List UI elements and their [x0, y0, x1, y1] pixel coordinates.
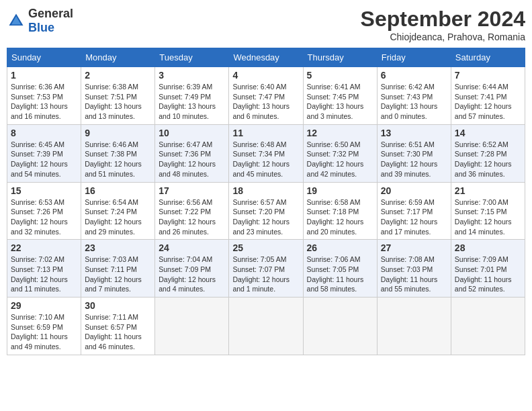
calendar-cell: 19Sunrise: 6:58 AMSunset: 7:18 PMDayligh… [303, 182, 377, 240]
day-number: 19 [307, 185, 373, 196]
day-number: 11 [232, 128, 299, 138]
calendar-cell: 7Sunrise: 6:44 AMSunset: 7:41 PMDaylight… [451, 67, 525, 125]
day-detail: Sunrise: 6:36 AMSunset: 7:53 PMDaylight:… [11, 82, 77, 122]
calendar-cell: 10Sunrise: 6:47 AMSunset: 7:36 PMDayligh… [155, 124, 229, 182]
day-detail: Sunrise: 6:47 AMSunset: 7:36 PMDaylight:… [159, 140, 225, 179]
day-detail: Sunrise: 7:08 AMSunset: 7:03 PMDaylight:… [381, 255, 447, 294]
calendar-cell [377, 298, 451, 355]
calendar-cell: 14Sunrise: 6:52 AMSunset: 7:28 PMDayligh… [451, 124, 525, 182]
title-block: September 2024 Chiojdeanca, Prahova, Rom… [361, 7, 525, 42]
day-number: 8 [11, 128, 77, 138]
calendar-week-row: 22Sunrise: 7:02 AMSunset: 7:13 PMDayligh… [7, 240, 525, 298]
day-detail: Sunrise: 6:57 AMSunset: 7:20 PMDaylight:… [232, 197, 299, 237]
calendar-cell [155, 298, 229, 355]
calendar-week-row: 8Sunrise: 6:45 AMSunset: 7:39 PMDaylight… [7, 124, 525, 182]
day-detail: Sunrise: 6:51 AMSunset: 7:30 PMDaylight:… [381, 140, 447, 179]
day-detail: Sunrise: 6:58 AMSunset: 7:18 PMDaylight:… [307, 197, 373, 237]
calendar-cell: 28Sunrise: 7:09 AMSunset: 7:01 PMDayligh… [451, 240, 525, 298]
day-number: 24 [159, 242, 225, 253]
day-number: 28 [455, 242, 521, 253]
day-detail: Sunrise: 6:53 AMSunset: 7:26 PMDaylight:… [11, 197, 77, 237]
location-subtitle: Chiojdeanca, Prahova, Romania [361, 32, 525, 42]
day-detail: Sunrise: 6:59 AMSunset: 7:17 PMDaylight:… [381, 197, 447, 237]
day-number: 2 [85, 70, 151, 81]
calendar-cell: 20Sunrise: 6:59 AMSunset: 7:17 PMDayligh… [377, 182, 451, 240]
page-header: General Blue September 2024 Chiojdeanca,… [7, 7, 525, 42]
day-number: 5 [307, 70, 373, 81]
day-number: 4 [232, 70, 299, 81]
day-number: 14 [455, 128, 521, 138]
month-title: September 2024 [361, 7, 525, 32]
calendar-cell: 25Sunrise: 7:05 AMSunset: 7:07 PMDayligh… [229, 240, 303, 298]
calendar-cell: 23Sunrise: 7:03 AMSunset: 7:11 PMDayligh… [81, 240, 155, 298]
day-number: 16 [85, 185, 151, 196]
day-number: 29 [11, 300, 77, 311]
day-detail: Sunrise: 6:42 AMSunset: 7:43 PMDaylight:… [381, 82, 447, 122]
calendar-cell [451, 298, 525, 355]
day-detail: Sunrise: 7:09 AMSunset: 7:01 PMDaylight:… [455, 255, 521, 294]
col-sunday: Sunday [7, 48, 81, 67]
day-detail: Sunrise: 7:06 AMSunset: 7:05 PMDaylight:… [307, 255, 373, 294]
logo-icon [7, 11, 26, 30]
day-number: 27 [381, 242, 447, 253]
day-detail: Sunrise: 7:10 AMSunset: 6:59 PMDaylight:… [11, 312, 77, 352]
calendar-cell: 12Sunrise: 6:50 AMSunset: 7:32 PMDayligh… [303, 124, 377, 182]
day-number: 18 [232, 185, 299, 196]
day-detail: Sunrise: 6:40 AMSunset: 7:47 PMDaylight:… [232, 82, 299, 122]
day-detail: Sunrise: 6:44 AMSunset: 7:41 PMDaylight:… [455, 82, 521, 122]
day-detail: Sunrise: 7:04 AMSunset: 7:09 PMDaylight:… [159, 255, 225, 294]
calendar-cell: 26Sunrise: 7:06 AMSunset: 7:05 PMDayligh… [303, 240, 377, 298]
logo-blue: Blue [28, 21, 54, 34]
day-detail: Sunrise: 6:39 AMSunset: 7:49 PMDaylight:… [159, 82, 225, 122]
logo: General Blue [7, 7, 73, 35]
day-number: 21 [455, 185, 521, 196]
day-number: 30 [85, 300, 151, 311]
col-monday: Monday [81, 48, 155, 67]
calendar-cell [303, 298, 377, 355]
calendar-cell: 30Sunrise: 7:11 AMSunset: 6:57 PMDayligh… [81, 298, 155, 355]
day-detail: Sunrise: 7:03 AMSunset: 7:11 PMDaylight:… [85, 255, 151, 294]
day-detail: Sunrise: 7:02 AMSunset: 7:13 PMDaylight:… [11, 255, 77, 294]
logo-text: General Blue [28, 7, 73, 35]
logo-general: General [28, 7, 73, 20]
day-detail: Sunrise: 7:05 AMSunset: 7:07 PMDaylight:… [232, 255, 299, 294]
day-number: 7 [455, 70, 521, 81]
day-detail: Sunrise: 6:45 AMSunset: 7:39 PMDaylight:… [11, 140, 77, 179]
calendar-cell: 17Sunrise: 6:56 AMSunset: 7:22 PMDayligh… [155, 182, 229, 240]
calendar-cell: 15Sunrise: 6:53 AMSunset: 7:26 PMDayligh… [7, 182, 81, 240]
day-detail: Sunrise: 6:50 AMSunset: 7:32 PMDaylight:… [307, 140, 373, 179]
day-number: 12 [307, 128, 373, 138]
calendar-cell: 21Sunrise: 7:00 AMSunset: 7:15 PMDayligh… [451, 182, 525, 240]
day-detail: Sunrise: 7:00 AMSunset: 7:15 PMDaylight:… [455, 197, 521, 237]
calendar-cell [229, 298, 303, 355]
calendar-week-row: 29Sunrise: 7:10 AMSunset: 6:59 PMDayligh… [7, 298, 525, 355]
day-number: 25 [232, 242, 299, 253]
day-detail: Sunrise: 6:46 AMSunset: 7:38 PMDaylight:… [85, 140, 151, 179]
calendar-cell: 13Sunrise: 6:51 AMSunset: 7:30 PMDayligh… [377, 124, 451, 182]
day-detail: Sunrise: 6:52 AMSunset: 7:28 PMDaylight:… [455, 140, 521, 179]
calendar-cell: 18Sunrise: 6:57 AMSunset: 7:20 PMDayligh… [229, 182, 303, 240]
day-number: 6 [381, 70, 447, 81]
calendar-cell: 6Sunrise: 6:42 AMSunset: 7:43 PMDaylight… [377, 67, 451, 125]
calendar-table: Sunday Monday Tuesday Wednesday Thursday… [7, 48, 525, 355]
day-detail: Sunrise: 6:38 AMSunset: 7:51 PMDaylight:… [85, 82, 151, 122]
day-number: 22 [11, 242, 77, 253]
day-detail: Sunrise: 6:54 AMSunset: 7:24 PMDaylight:… [85, 197, 151, 237]
calendar-cell: 3Sunrise: 6:39 AMSunset: 7:49 PMDaylight… [155, 67, 229, 125]
calendar-cell: 2Sunrise: 6:38 AMSunset: 7:51 PMDaylight… [81, 67, 155, 125]
calendar-cell: 5Sunrise: 6:41 AMSunset: 7:45 PMDaylight… [303, 67, 377, 125]
calendar-cell: 9Sunrise: 6:46 AMSunset: 7:38 PMDaylight… [81, 124, 155, 182]
day-number: 20 [381, 185, 447, 196]
calendar-cell: 22Sunrise: 7:02 AMSunset: 7:13 PMDayligh… [7, 240, 81, 298]
day-detail: Sunrise: 7:11 AMSunset: 6:57 PMDaylight:… [85, 312, 151, 352]
day-number: 26 [307, 242, 373, 253]
calendar-header-row: Sunday Monday Tuesday Wednesday Thursday… [7, 48, 525, 67]
day-number: 13 [381, 128, 447, 138]
calendar-cell: 27Sunrise: 7:08 AMSunset: 7:03 PMDayligh… [377, 240, 451, 298]
calendar-week-row: 1Sunrise: 6:36 AMSunset: 7:53 PMDaylight… [7, 67, 525, 125]
day-number: 9 [85, 128, 151, 138]
day-number: 10 [159, 128, 225, 138]
day-detail: Sunrise: 6:41 AMSunset: 7:45 PMDaylight:… [307, 82, 373, 122]
calendar-cell: 29Sunrise: 7:10 AMSunset: 6:59 PMDayligh… [7, 298, 81, 355]
calendar-week-row: 15Sunrise: 6:53 AMSunset: 7:26 PMDayligh… [7, 182, 525, 240]
